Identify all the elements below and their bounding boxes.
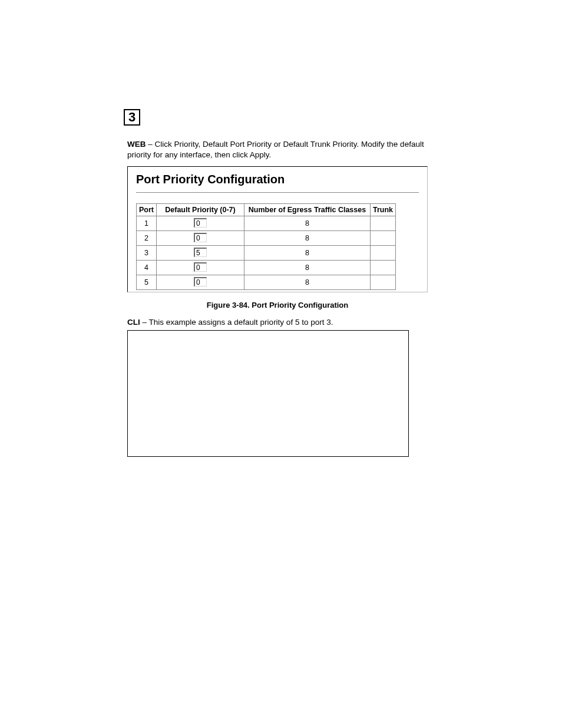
cell-egress: 8 — [244, 246, 371, 261]
cell-port: 2 — [137, 231, 157, 246]
table-row: 3 8 — [137, 246, 396, 261]
web-prefix: WEB — [127, 140, 146, 149]
header-egress: Number of Egress Traffic Classes — [244, 204, 371, 216]
table-row: 4 8 — [137, 261, 396, 275]
cell-port: 4 — [137, 261, 157, 275]
table-row: 2 8 — [137, 231, 396, 246]
cell-trunk — [371, 261, 396, 275]
page-content: WEB – Click Priority, Default Port Prior… — [127, 139, 428, 457]
table-header-row: Port Default Priority (0-7) Number of Eg… — [137, 204, 396, 216]
cell-trunk — [371, 275, 396, 290]
cell-priority — [157, 231, 244, 246]
cell-egress: 8 — [244, 275, 371, 290]
cell-egress: 8 — [244, 261, 371, 275]
web-instruction-paragraph: WEB – Click Priority, Default Port Prior… — [127, 139, 428, 160]
panel-title: Port Priority Configuration — [136, 173, 419, 186]
port-priority-screenshot: Port Priority Configuration Port Default… — [127, 166, 428, 292]
priority-input[interactable] — [194, 233, 207, 242]
chapter-number: 3 — [128, 110, 135, 125]
cell-egress: 8 — [244, 231, 371, 246]
cell-priority — [157, 246, 244, 261]
panel-divider — [136, 192, 419, 193]
port-priority-table: Port Default Priority (0-7) Number of Eg… — [136, 203, 396, 290]
cell-trunk — [371, 246, 396, 261]
cell-trunk — [371, 216, 396, 231]
priority-input[interactable] — [194, 262, 207, 272]
cli-output-box — [127, 330, 409, 457]
cli-instruction-text: – This example assigns a default priorit… — [140, 318, 333, 327]
cli-instruction-paragraph: CLI – This example assigns a default pri… — [127, 318, 428, 327]
priority-input[interactable] — [194, 248, 207, 257]
figure-caption: Figure 3-84. Port Priority Configuration — [127, 301, 428, 309]
cell-port: 1 — [137, 216, 157, 231]
priority-input[interactable] — [194, 218, 207, 228]
header-priority: Default Priority (0-7) — [157, 204, 244, 216]
priority-input[interactable] — [194, 277, 207, 286]
table-row: 5 8 — [137, 275, 396, 290]
header-trunk: Trunk — [371, 204, 396, 216]
cell-port: 3 — [137, 246, 157, 261]
cell-egress: 8 — [244, 216, 371, 231]
table-body: 1 8 2 8 — [137, 216, 396, 290]
cell-priority — [157, 275, 244, 290]
table-row: 1 8 — [137, 216, 396, 231]
cell-port: 5 — [137, 275, 157, 290]
cell-trunk — [371, 231, 396, 246]
cell-priority — [157, 261, 244, 275]
cell-priority — [157, 216, 244, 231]
header-port: Port — [137, 204, 157, 216]
chapter-badge: 3 — [124, 109, 140, 126]
cli-prefix: CLI — [127, 318, 140, 327]
web-instruction-text: – Click Priority, Default Port Priority … — [127, 140, 424, 159]
